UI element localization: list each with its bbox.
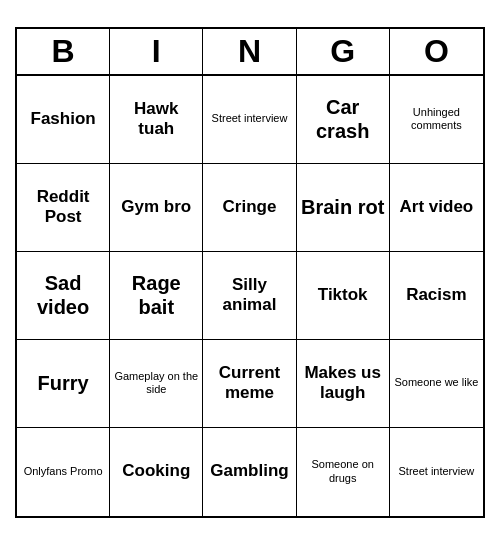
cell-label: Art video [400, 197, 474, 217]
cell-label: Someone we like [395, 376, 479, 389]
cell-label: Furry [38, 371, 89, 395]
cell-label: Cringe [223, 197, 277, 217]
bingo-cell[interactable]: Art video [390, 164, 483, 252]
bingo-cell[interactable]: Sad video [17, 252, 110, 340]
cell-label: Onlyfans Promo [24, 465, 103, 478]
bingo-cell[interactable]: Onlyfans Promo [17, 428, 110, 516]
bingo-cell[interactable]: Furry [17, 340, 110, 428]
bingo-cell[interactable]: Street interview [203, 76, 296, 164]
bingo-cell[interactable]: Makes us laugh [297, 340, 390, 428]
header-letter: O [390, 29, 483, 74]
bingo-cell[interactable]: Cooking [110, 428, 203, 516]
bingo-cell[interactable]: Gym bro [110, 164, 203, 252]
header-letter: B [17, 29, 110, 74]
bingo-cell[interactable]: Cringe [203, 164, 296, 252]
bingo-cell[interactable]: Tiktok [297, 252, 390, 340]
cell-label: Rage bait [114, 271, 198, 319]
cell-label: Gym bro [121, 197, 191, 217]
cell-label: Gameplay on the side [114, 370, 198, 396]
bingo-cell[interactable]: Street interview [390, 428, 483, 516]
header-letter: I [110, 29, 203, 74]
cell-label: Tiktok [318, 285, 368, 305]
header-letter: N [203, 29, 296, 74]
bingo-cell[interactable]: Unhinged comments [390, 76, 483, 164]
cell-label: Cooking [122, 461, 190, 481]
bingo-cell[interactable]: Fashion [17, 76, 110, 164]
cell-label: Racism [406, 285, 466, 305]
cell-label: Someone on drugs [301, 458, 385, 484]
bingo-header: BINGO [17, 29, 483, 76]
bingo-cell[interactable]: Hawk tuah [110, 76, 203, 164]
bingo-cell[interactable]: Car crash [297, 76, 390, 164]
bingo-cell[interactable]: Reddit Post [17, 164, 110, 252]
bingo-cell[interactable]: Silly animal [203, 252, 296, 340]
cell-label: Hawk tuah [114, 99, 198, 140]
cell-label: Gambling [210, 461, 288, 481]
bingo-cell[interactable]: Brain rot [297, 164, 390, 252]
bingo-cell[interactable]: Gameplay on the side [110, 340, 203, 428]
cell-label: Fashion [31, 109, 96, 129]
cell-label: Sad video [21, 271, 105, 319]
bingo-cell[interactable]: Someone we like [390, 340, 483, 428]
cell-label: Street interview [398, 465, 474, 478]
cell-label: Street interview [212, 112, 288, 125]
bingo-cell[interactable]: Racism [390, 252, 483, 340]
bingo-grid: FashionHawk tuahStreet interviewCar cras… [17, 76, 483, 516]
cell-label: Silly animal [207, 275, 291, 316]
bingo-cell[interactable]: Current meme [203, 340, 296, 428]
bingo-cell[interactable]: Gambling [203, 428, 296, 516]
cell-label: Current meme [207, 363, 291, 404]
bingo-cell[interactable]: Someone on drugs [297, 428, 390, 516]
header-letter: G [297, 29, 390, 74]
cell-label: Car crash [301, 95, 385, 143]
bingo-cell[interactable]: Rage bait [110, 252, 203, 340]
cell-label: Unhinged comments [394, 106, 479, 132]
bingo-card: BINGO FashionHawk tuahStreet interviewCa… [15, 27, 485, 518]
cell-label: Makes us laugh [301, 363, 385, 404]
cell-label: Brain rot [301, 195, 384, 219]
cell-label: Reddit Post [21, 187, 105, 228]
